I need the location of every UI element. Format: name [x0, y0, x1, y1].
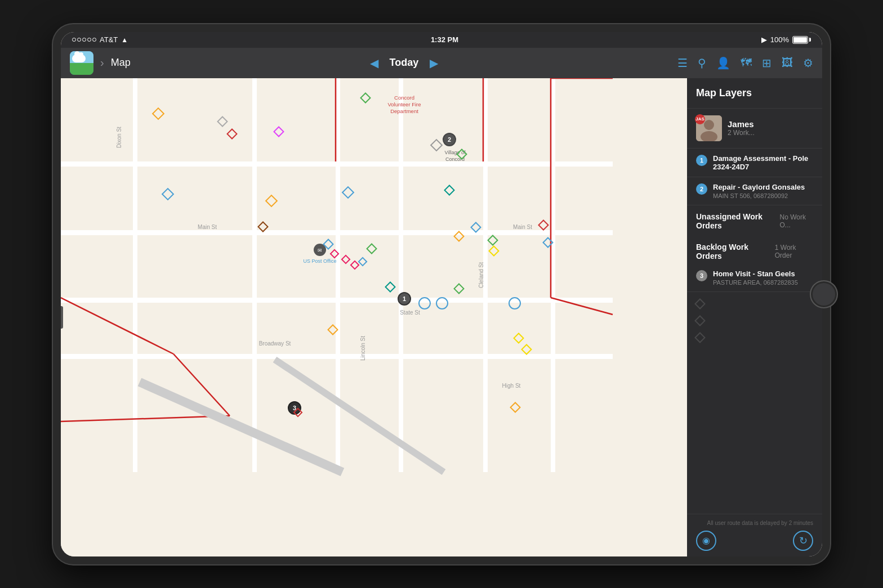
- svg-rect-7: [399, 78, 403, 472]
- device-screen: AT&T ▲ 1:32 PM ▶ 100%: [61, 32, 822, 556]
- signal-dot-5: [92, 38, 96, 42]
- svg-rect-3: [61, 354, 613, 359]
- marker-pink-3[interactable]: [341, 254, 351, 264]
- list-icon[interactable]: ☰: [677, 56, 688, 70]
- prev-button[interactable]: ◀: [370, 56, 378, 70]
- cloud-shape: [72, 55, 86, 62]
- photo-icon[interactable]: 🖼: [782, 56, 793, 69]
- refresh-button[interactable]: ↻: [793, 531, 813, 551]
- svg-text:Main St: Main St: [513, 224, 532, 230]
- footer-text: All user route data is delayed by 2 minu…: [696, 520, 813, 526]
- home-button[interactable]: [810, 280, 838, 308]
- map-svg: Dixon St Main St Main St Lincoln St Broa…: [61, 78, 687, 556]
- marker-green-4[interactable]: [366, 243, 377, 254]
- svg-text:Concord: Concord: [394, 95, 414, 101]
- app-icon: [70, 51, 93, 75]
- marker-blue-2[interactable]: [342, 186, 355, 199]
- user-badge-text: JAS: [695, 116, 704, 122]
- marker-pink-1[interactable]: [273, 126, 284, 137]
- carrier-label: AT&T: [100, 35, 118, 44]
- battery-fill: [793, 37, 807, 43]
- marker-teal-2[interactable]: [385, 281, 396, 293]
- marker-yellow-1[interactable]: [488, 245, 500, 257]
- svg-text:State St: State St: [400, 309, 420, 316]
- settings-icon[interactable]: ⚙: [803, 56, 813, 70]
- next-button[interactable]: ▶: [430, 56, 438, 70]
- marker-green-5[interactable]: [453, 283, 465, 294]
- marker-orange-3[interactable]: [453, 231, 465, 242]
- footer-icons: ◉ ↻: [696, 531, 813, 551]
- locate-button[interactable]: ◉: [696, 531, 716, 551]
- backlog-number-3: 3: [696, 270, 707, 281]
- work-number-1: 1: [696, 155, 707, 166]
- status-bar: AT&T ▲ 1:32 PM ▶ 100%: [61, 32, 822, 48]
- signal-dot-2: [77, 38, 81, 42]
- svg-line-18: [140, 382, 342, 472]
- right-panel: Map Layers JAS: [687, 78, 822, 556]
- people-icon[interactable]: 👤: [716, 56, 730, 70]
- marker-yellow-3[interactable]: [521, 344, 532, 355]
- badge-1: 1: [398, 292, 411, 306]
- svg-rect-5: [252, 78, 257, 472]
- svg-text:Volunteer Fire: Volunteer Fire: [387, 101, 421, 107]
- svg-text:High St: High St: [502, 383, 521, 389]
- marker-blue-3[interactable]: [470, 222, 481, 233]
- pin-icon[interactable]: ⚲: [698, 56, 706, 70]
- unassigned-count: No Work O...: [779, 213, 813, 229]
- grid-icon[interactable]: ⊞: [762, 56, 771, 70]
- battery-body: [792, 36, 808, 44]
- unassigned-section-header: Unassigned Work Orders No Work O...: [687, 205, 822, 234]
- marker-blue-1[interactable]: [162, 187, 175, 200]
- user-info: James 2 Work...: [728, 119, 813, 137]
- location-arrow-icon: ▶: [761, 35, 767, 44]
- circle-marker-1[interactable]: [418, 297, 431, 309]
- unassigned-label: Unassigned Work Orders: [696, 212, 777, 230]
- circle-marker-2[interactable]: [436, 297, 448, 309]
- svg-text:Lincoln St: Lincoln St: [360, 335, 366, 360]
- marker-blue-4[interactable]: [542, 237, 554, 248]
- map-area[interactable]: Dixon St Main St Main St Lincoln St Broa…: [61, 78, 687, 556]
- user-section[interactable]: JAS: [687, 109, 822, 149]
- work-details-1: Damage Assessment - Pole 2324-24D7: [713, 154, 813, 171]
- backlog-item-1[interactable]: 3 Home Visit - Stan Geels PASTURE AREA, …: [687, 264, 822, 292]
- work-item-1[interactable]: 1 Damage Assessment - Pole 2324-24D7: [687, 149, 822, 177]
- wifi-icon: ▲: [121, 36, 128, 44]
- marker-orange-4[interactable]: [327, 324, 338, 335]
- backlog-label: Backlog Work Orders: [696, 243, 773, 261]
- battery-percent-label: 100%: [770, 35, 789, 44]
- panel-header: Map Layers: [687, 78, 822, 109]
- status-left: AT&T ▲: [72, 35, 128, 44]
- marker-teal-1[interactable]: [444, 185, 455, 196]
- backlog-details-1: Home Visit - Stan Geels PASTURE AREA, 06…: [713, 270, 813, 286]
- user-work-count: 2 Work...: [728, 129, 813, 137]
- work-item-2[interactable]: 2 Repair - Gaylord Gonsales MAIN ST 506,…: [687, 177, 822, 205]
- user-avatar-container: JAS: [696, 115, 722, 141]
- marker-brown-1[interactable]: [257, 221, 269, 232]
- nav-icons: ☰ ⚲ 👤 🗺 ⊞ 🖼 ⚙: [677, 56, 813, 70]
- nav-title: Map: [111, 57, 131, 69]
- svg-rect-33: [431, 140, 442, 151]
- svg-text:✉: ✉: [318, 248, 322, 253]
- marker-pink-2[interactable]: [330, 249, 340, 258]
- marker-blue-5[interactable]: [323, 239, 334, 250]
- marker-gray-1[interactable]: [217, 116, 228, 127]
- user-name: James: [728, 119, 813, 129]
- battery-indicator: [792, 36, 811, 44]
- svg-rect-6: [336, 78, 340, 472]
- svg-line-19: [275, 360, 444, 472]
- marker-orange-5[interactable]: [510, 402, 521, 413]
- marker-yellow-2[interactable]: [513, 333, 524, 344]
- marker-red-2[interactable]: [538, 219, 549, 231]
- map-icon[interactable]: 🗺: [741, 56, 752, 69]
- marker-green-1[interactable]: [360, 92, 371, 104]
- marker-red-1[interactable]: [226, 128, 238, 140]
- nav-center: ◀ Today ▶: [137, 56, 671, 70]
- marker-orange-1[interactable]: [152, 107, 165, 120]
- marker-orange-2[interactable]: [265, 194, 278, 207]
- svg-line-12: [173, 354, 230, 416]
- svg-text:Department: Department: [390, 108, 418, 114]
- circle-marker-3[interactable]: [509, 297, 521, 309]
- marker-green-2[interactable]: [456, 149, 467, 160]
- app-icon-inner: [70, 51, 93, 75]
- marker-green-3[interactable]: [487, 235, 498, 246]
